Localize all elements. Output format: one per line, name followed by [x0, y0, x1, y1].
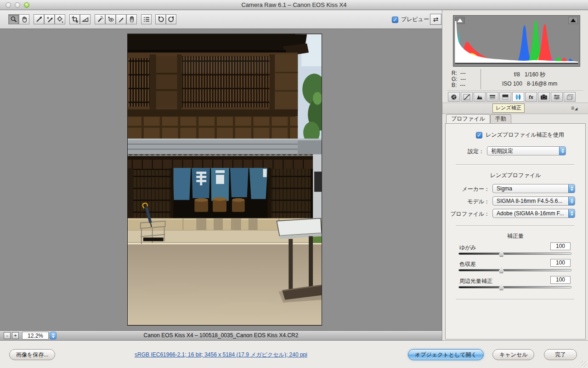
distortion-slider[interactable]: [458, 253, 571, 255]
barrels: [194, 197, 244, 212]
separator: [456, 164, 574, 165]
adjustment-tab-strip: fx: [448, 92, 584, 103]
distortion-value[interactable]: 100: [550, 242, 571, 250]
brush-icon: [118, 16, 125, 23]
tab-tone-curve[interactable]: [461, 92, 473, 102]
rotate-right-tool-button[interactable]: [166, 14, 176, 24]
resize-grip[interactable]: [581, 361, 587, 367]
tab-presets[interactable]: [551, 92, 563, 102]
tab-split-toning[interactable]: [499, 92, 511, 102]
photo-preview: [127, 34, 322, 326]
separator: [456, 225, 574, 226]
setup-stepper[interactable]: [559, 146, 566, 155]
camera-raw-window: Camera Raw 6.1 – Canon EOS Kiss X4 ✓ プレビ…: [0, 0, 588, 368]
straighten-tool-button[interactable]: [80, 14, 90, 24]
open-as-object-button[interactable]: オブジェクトとして開く: [408, 349, 484, 360]
profile-stepper[interactable]: [568, 209, 575, 218]
setup-dropdown[interactable]: 初期設定: [487, 146, 566, 155]
toolbar: ✓ プレビュー ⇄: [0, 10, 442, 29]
lens-icon: [514, 94, 522, 100]
filename-label: Canon EOS Kiss X4 – 100518_0035_Canon EO…: [0, 332, 442, 339]
info-divider: [481, 69, 481, 89]
rotate-left-tool-button[interactable]: [155, 14, 166, 24]
tab-camera-calibration[interactable]: [538, 92, 550, 102]
straighten-icon: [82, 16, 89, 23]
tab-lens-corrections[interactable]: [512, 92, 524, 102]
lens-profile-header: レンズプロファイル: [446, 172, 585, 179]
rotate-cw-icon: [168, 16, 175, 23]
use-profile-label: レンズプロファイル補正を使用: [486, 131, 564, 139]
lens-correction-tooltip: レンズ補正: [492, 104, 525, 113]
red-eye-tool-button[interactable]: [105, 14, 116, 24]
maker-stepper[interactable]: [568, 184, 575, 193]
adjustment-brush-tool-button[interactable]: [116, 14, 126, 24]
tab-profile[interactable]: プロファイル: [446, 114, 490, 123]
amount-header: 補正量: [446, 232, 585, 240]
tab-snapshots[interactable]: [564, 92, 576, 102]
cancel-button[interactable]: キャンセル: [492, 349, 534, 360]
iso-lens-info: ISO 100 8-16@8 mm: [484, 80, 576, 87]
color-sampler-tool-button[interactable]: [44, 14, 55, 24]
crop-icon: [71, 16, 79, 23]
graduated-filter-tool-button[interactable]: [126, 14, 137, 24]
lens-profile-content: ✓ レンズプロファイル補正を使用 設定： 初期設定 レンズプロファイル メーカー…: [445, 123, 586, 339]
model-stepper[interactable]: [568, 196, 575, 206]
chromatic-aberration-value[interactable]: 100: [550, 259, 571, 267]
hand-icon: [21, 16, 28, 23]
rgb-g-row: G: ---: [452, 76, 466, 82]
graduated-filter-icon: [128, 16, 136, 23]
profile-dropdown[interactable]: Adobe (SIGMA 8-16mm F...: [492, 209, 575, 218]
svg-text:fx: fx: [529, 94, 534, 100]
photo-canvas: [128, 34, 322, 325]
use-profile-checkbox[interactable]: ✓: [476, 132, 482, 138]
done-button[interactable]: 完了: [544, 349, 577, 360]
preview-area: [0, 29, 442, 330]
noren: [173, 168, 268, 201]
zoom-tool-button[interactable]: [8, 14, 19, 24]
chromatic-aberration-slider[interactable]: [458, 269, 571, 271]
preview-checkbox[interactable]: ✓: [392, 17, 398, 23]
crop-tool-button[interactable]: [69, 14, 80, 24]
maker-label: メーカー：: [446, 185, 490, 193]
window-title: Camera Raw 6.1 – Canon EOS Kiss X4: [0, 1, 588, 8]
title-bar: Camera Raw 6.1 – Canon EOS Kiss X4: [0, 0, 588, 10]
model-label: モデル：: [446, 198, 490, 206]
list-icon: [143, 16, 150, 23]
status-bar: - + 12.2% Canon EOS Kiss X4 – 100518_003…: [0, 330, 442, 340]
preview-toggle[interactable]: ✓ プレビュー: [392, 16, 429, 23]
eyedropper-plus-icon: [46, 16, 53, 23]
panel-menu-icon[interactable]: ≡◢: [571, 105, 578, 111]
tab-hsl[interactable]: [486, 92, 498, 102]
model-dropdown[interactable]: SIGMA 8-16mm F4.5-5.6...: [492, 196, 575, 206]
spot-removal-tool-button[interactable]: [95, 14, 105, 24]
chromatic-aberration-slider-thumb[interactable]: [498, 268, 504, 273]
histogram: [453, 15, 580, 67]
red-eye-icon: [107, 16, 114, 23]
preferences-tool-button[interactable]: [141, 14, 152, 24]
rotate-ccw-icon: [157, 16, 164, 23]
maker-dropdown[interactable]: Sigma: [492, 184, 575, 193]
footer-bar: 画像を保存... sRGB IEC61966-2.1; 16 bit; 3456…: [0, 340, 588, 368]
histogram-plot: [453, 16, 580, 66]
use-profile-row[interactable]: ✓ レンズプロファイル補正を使用: [476, 131, 564, 139]
exposure-info: f/8 1/160 秒: [484, 71, 576, 79]
magnifier-icon: [10, 16, 17, 23]
tab-detail[interactable]: [474, 92, 486, 102]
fullscreen-toggle-button[interactable]: ⇄: [430, 14, 441, 25]
vignetting-value[interactable]: 100: [550, 276, 571, 284]
white-balance-tool-button[interactable]: [34, 14, 44, 24]
distortion-slider-thumb[interactable]: [498, 251, 504, 257]
tab-manual[interactable]: 手動: [490, 114, 511, 123]
tab-effects[interactable]: fx: [525, 92, 537, 102]
hand-tool-button[interactable]: [19, 14, 29, 24]
vignetting-slider-thumb[interactable]: [498, 285, 504, 290]
settings-panel: R: --- G: --- B: --- f/8 1/160 秒 ISO 100…: [442, 10, 588, 340]
tab-basic[interactable]: [448, 92, 460, 102]
vignetting-slider[interactable]: [458, 286, 571, 288]
targeted-adjustment-tool-button[interactable]: [55, 14, 65, 24]
workflow-options-link[interactable]: sRGB IEC61966-2.1; 16 bit; 3456 x 5184 (…: [0, 351, 442, 359]
heal-brush-icon: [96, 16, 104, 23]
separator: [456, 299, 574, 299]
rgb-b-row: B: ---: [452, 82, 465, 88]
preview-label: プレビュー: [401, 16, 429, 23]
